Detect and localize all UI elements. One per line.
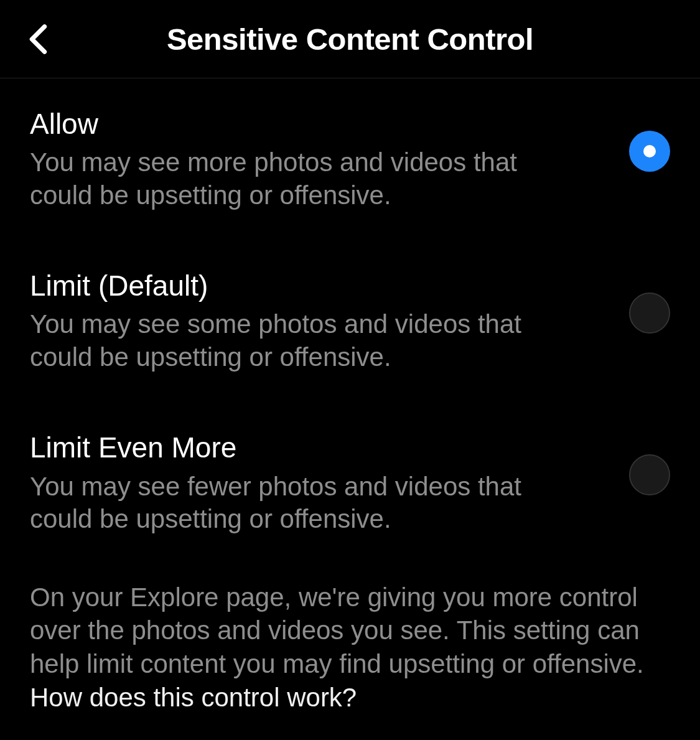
content: Allow You may see more photos and videos… [0, 78, 700, 714]
back-button[interactable] [19, 21, 56, 58]
radio-limit-default[interactable] [629, 293, 670, 334]
option-text: Limit (Default) You may see some photos … [30, 269, 629, 373]
option-allow[interactable]: Allow You may see more photos and videos… [30, 107, 670, 212]
option-text: Allow You may see more photos and videos… [30, 107, 629, 212]
option-title: Limit Even More [30, 431, 604, 465]
footer-text: On your Explore page, we're giving you m… [30, 581, 670, 714]
page-title: Sensitive Content Control [0, 22, 700, 57]
header: Sensitive Content Control [0, 0, 700, 78]
option-title: Allow [30, 107, 604, 141]
chevron-left-icon [26, 23, 49, 55]
radio-allow[interactable] [629, 131, 670, 172]
option-description: You may see more photos and videos that … [30, 146, 546, 212]
radio-limit-even-more[interactable] [629, 454, 670, 495]
option-description: You may see fewer photos and videos that… [30, 471, 546, 536]
option-limit-even-more[interactable]: Limit Even More You may see fewer photos… [30, 431, 670, 535]
option-limit-default[interactable]: Limit (Default) You may see some photos … [30, 269, 670, 373]
how-does-this-work-link[interactable]: How does this control work? [30, 683, 357, 712]
footer-description: On your Explore page, we're giving you m… [30, 583, 644, 679]
option-text: Limit Even More You may see fewer photos… [30, 431, 629, 535]
option-description: You may see some photos and videos that … [30, 308, 546, 373]
option-title: Limit (Default) [30, 269, 604, 303]
